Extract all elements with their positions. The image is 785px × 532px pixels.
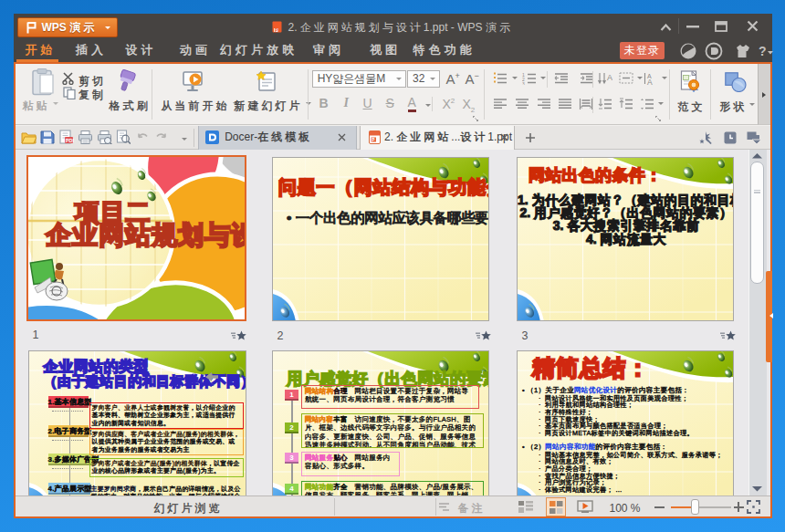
svg-text:PDF: PDF <box>65 138 73 143</box>
svg-text:A: A <box>607 73 612 82</box>
svg-text:?: ? <box>759 44 767 58</box>
svg-text:A: A <box>647 78 653 86</box>
svg-text:3: 3 <box>522 81 525 85</box>
svg-text:P: P <box>275 28 277 33</box>
